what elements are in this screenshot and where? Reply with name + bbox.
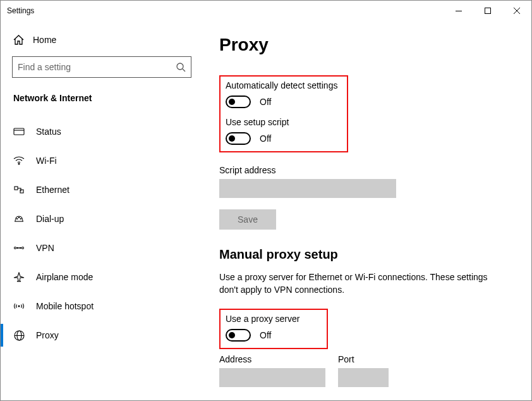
use-proxy-toggle[interactable] (226, 329, 251, 342)
port-input (338, 368, 389, 387)
use-proxy-state: Off (260, 330, 271, 340)
maximize-icon (485, 8, 491, 14)
address-input (219, 368, 325, 387)
close-button[interactable] (502, 1, 531, 21)
window-title: Settings (7, 6, 34, 15)
vpn-icon (13, 242, 25, 254)
script-address-label: Script address (219, 165, 512, 175)
minimize-icon (456, 11, 462, 11)
category-title: Network & Internet (12, 93, 196, 109)
proxy-icon (13, 330, 25, 341)
minimize-button[interactable] (444, 1, 473, 21)
search-box[interactable] (12, 56, 191, 78)
airplane-icon (13, 271, 25, 283)
svg-point-13 (20, 218, 21, 219)
highlight-box-auto: Automatically detect settings Off Use se… (219, 75, 348, 152)
sidebar-item-ethernet[interactable]: Ethernet (12, 175, 196, 204)
sidebar-item-label: Mobile hotspot (36, 301, 94, 311)
titlebar: Settings (1, 1, 531, 21)
svg-point-17 (17, 247, 18, 248)
close-icon (514, 8, 520, 14)
wifi-icon (13, 155, 25, 166)
highlight-box-proxy: Use a proxy server Off (219, 309, 328, 349)
port-label: Port (338, 354, 395, 364)
page-title: Proxy (219, 35, 512, 55)
setup-script-state: Off (260, 133, 271, 144)
svg-rect-1 (485, 8, 491, 14)
svg-point-8 (18, 163, 20, 164)
save-button: Save (219, 209, 276, 230)
hotspot-icon (13, 300, 25, 312)
sidebar-item-label: Status (36, 126, 61, 137)
home-link[interactable]: Home (12, 30, 196, 56)
svg-point-18 (20, 247, 20, 248)
ethernet-icon (13, 184, 25, 195)
use-proxy-label: Use a proxy server (226, 314, 322, 324)
setup-script-toggle[interactable] (226, 132, 251, 145)
sidebar: Home Network & Internet Status Wi-Fi Eth… (1, 21, 196, 400)
sidebar-item-proxy[interactable]: Proxy (12, 321, 196, 350)
manual-description: Use a proxy server for Ethernet or Wi-Fi… (219, 271, 497, 296)
sidebar-item-label: Proxy (36, 330, 59, 340)
home-icon (13, 35, 24, 45)
svg-point-15 (22, 247, 24, 249)
sidebar-item-status[interactable]: Status (12, 117, 196, 146)
svg-line-5 (183, 69, 185, 71)
sidebar-item-dialup[interactable]: Dial-up (12, 204, 196, 233)
sidebar-item-label: Dial-up (36, 214, 64, 224)
status-icon (13, 126, 25, 137)
main-content: Proxy Automatically detect settings Off … (196, 21, 531, 400)
svg-point-19 (18, 305, 20, 307)
sidebar-item-label: Wi-Fi (36, 156, 57, 166)
svg-point-11 (16, 218, 17, 219)
nav-list: Status Wi-Fi Ethernet Dial-up VPN Airpla… (12, 117, 196, 350)
address-label: Address (219, 354, 325, 364)
setup-script-label: Use setup script (226, 117, 342, 127)
sidebar-item-vpn[interactable]: VPN (12, 233, 196, 262)
sidebar-item-airplane[interactable]: Airplane mode (12, 262, 196, 292)
sidebar-item-label: Airplane mode (36, 272, 93, 282)
svg-rect-9 (15, 187, 18, 190)
sidebar-item-label: VPN (36, 243, 54, 253)
home-label: Home (33, 35, 56, 45)
script-address-input (219, 179, 396, 198)
sidebar-item-wifi[interactable]: Wi-Fi (12, 146, 196, 175)
dialup-icon (13, 213, 25, 225)
window-controls (444, 1, 531, 21)
svg-point-12 (18, 217, 19, 218)
maximize-button[interactable] (473, 1, 502, 21)
svg-point-4 (177, 63, 183, 70)
sidebar-item-label: Ethernet (36, 185, 70, 195)
sidebar-item-hotspot[interactable]: Mobile hotspot (12, 292, 196, 321)
auto-detect-label: Automatically detect settings (226, 80, 342, 90)
search-icon (176, 62, 186, 72)
search-input[interactable] (18, 62, 176, 72)
svg-rect-6 (14, 128, 24, 135)
svg-rect-0 (456, 11, 462, 11)
auto-detect-state: Off (260, 97, 271, 107)
auto-detect-toggle[interactable] (226, 96, 251, 108)
svg-point-14 (15, 247, 16, 249)
manual-section-title: Manual proxy setup (219, 247, 512, 262)
